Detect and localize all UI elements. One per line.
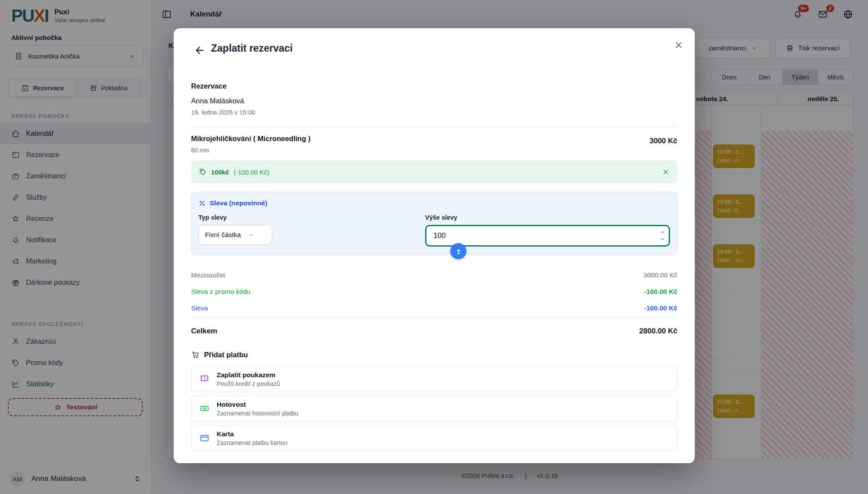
modal-title: Zaplatit rezervaci	[211, 43, 293, 54]
discount-heading: Sleva (nepovinné)	[198, 199, 670, 207]
remove-promo-icon[interactable]	[662, 168, 670, 176]
pay-cash-option[interactable]: Hotovost Zaznamenat hotovostní platbu	[191, 395, 677, 422]
reservation-section-label: Rezervace	[191, 82, 227, 90]
percent-icon	[198, 200, 206, 207]
summary-row-subtotal: Mezisoučet 3000.00 Kč	[191, 271, 677, 279]
promo-amount: (-100.00 Kč)	[234, 168, 270, 176]
pay-card-option[interactable]: Karta Zaznamenat platbu kartou	[191, 425, 677, 451]
reservation-datetime: 19. ledna 2026 v 15:00	[191, 109, 255, 116]
tag-icon	[199, 168, 207, 176]
autofill-badge-icon[interactable]	[450, 243, 466, 259]
add-payment-heading: Přidat platbu	[191, 350, 248, 359]
number-stepper-icon[interactable]	[660, 230, 666, 242]
pay-reservation-modal: Zaplatit rezervaci Rezervace Anna Malásk…	[174, 28, 695, 463]
discount-amount-input[interactable]	[425, 225, 670, 247]
app-root: PUXI Puxi Vaše recepce online Aktivní po…	[0, 0, 868, 494]
summary-row-promo-discount: Sleva z promo kódu -100.00 Kč	[191, 288, 677, 296]
summary-row-discount: Sleva -100.00 Kč	[191, 304, 677, 312]
service-name: Mikrojehličkování ( Microneedling )	[191, 135, 310, 143]
service-price: 3000 Kč	[650, 137, 677, 145]
summary-row-total: Celkem 2800.00 Kč	[191, 327, 677, 336]
discount-type-select[interactable]: Fixní částka	[198, 225, 272, 245]
ticket-icon	[199, 374, 210, 384]
promo-code: 100kč	[211, 168, 229, 176]
close-icon[interactable]	[674, 40, 683, 50]
discount-box: Sleva (nepovinné) Typ slevy Fixní částka…	[191, 192, 677, 255]
customer-name: Anna Malásková	[191, 97, 244, 105]
discount-amount-label: Výše slevy	[425, 214, 670, 221]
pay-with-voucher-option[interactable]: Zaplatit poukazem Použít kredit z poukaz…	[191, 366, 677, 392]
banknote-icon	[199, 403, 210, 414]
divider	[191, 127, 677, 128]
divider	[191, 318, 677, 319]
applied-promo-bar: 100kč (-100.00 Kč)	[191, 161, 677, 183]
credit-card-icon	[199, 433, 210, 443]
discount-type-label: Typ slevy	[198, 214, 425, 221]
service-duration: 60 min	[191, 147, 209, 154]
back-arrow-icon[interactable]	[194, 45, 205, 56]
chevron-down-icon	[248, 231, 255, 238]
cart-icon	[191, 350, 200, 359]
